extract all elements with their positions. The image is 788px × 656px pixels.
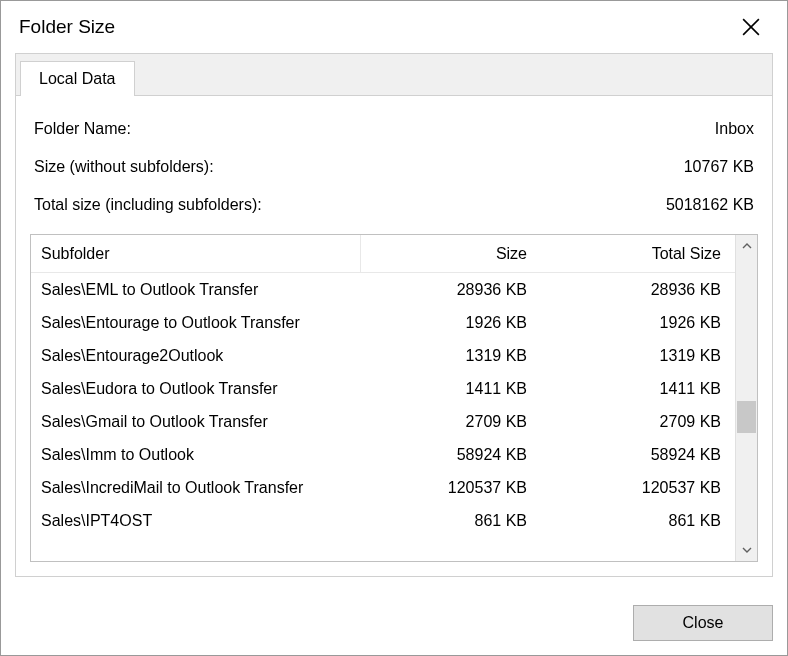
table-row[interactable]: Sales\Imm to Outlook58924 KB58924 KB [31, 438, 735, 471]
column-header-total[interactable]: Total Size [541, 245, 735, 263]
tab-label: Local Data [39, 70, 116, 87]
titlebar: Folder Size [1, 1, 787, 53]
button-row: Close [1, 591, 787, 655]
cell-size: 1319 KB [361, 347, 541, 365]
cell-subfolder: Sales\IncrediMail to Outlook Transfer [31, 471, 361, 504]
scrollbar[interactable] [735, 235, 757, 561]
cell-subfolder: Sales\Gmail to Outlook Transfer [31, 405, 361, 438]
column-header-subfolder[interactable]: Subfolder [31, 235, 361, 272]
table-row[interactable]: Sales\IncrediMail to Outlook Transfer120… [31, 471, 735, 504]
cell-size: 120537 KB [361, 479, 541, 497]
table-row[interactable]: Sales\Gmail to Outlook Transfer2709 KB27… [31, 405, 735, 438]
cell-size: 58924 KB [361, 446, 541, 464]
cell-total: 28936 KB [541, 281, 735, 299]
folder-size-dialog: Folder Size Local Data Folder Name: Inbo… [0, 0, 788, 656]
subfolder-grid: Subfolder Size Total Size Sales\EML to O… [30, 234, 758, 562]
column-header-subfolder-label: Subfolder [41, 245, 110, 263]
cell-size: 2709 KB [361, 413, 541, 431]
grid-body: Subfolder Size Total Size Sales\EML to O… [31, 235, 735, 561]
scroll-down-icon[interactable] [736, 539, 757, 561]
cell-subfolder: Sales\Entourage to Outlook Transfer [31, 306, 361, 339]
size-label: Size (without subfolders): [34, 158, 214, 176]
cell-subfolder: Sales\EML to Outlook Transfer [31, 273, 361, 306]
close-icon[interactable] [733, 9, 769, 45]
content-area: Local Data Folder Name: Inbox Size (with… [1, 53, 787, 591]
folder-name-value: Inbox [715, 120, 754, 138]
cell-size: 861 KB [361, 512, 541, 530]
cell-total: 1411 KB [541, 380, 735, 398]
total-size-value: 5018162 KB [666, 196, 754, 214]
cell-subfolder: Sales\Imm to Outlook [31, 438, 361, 471]
column-header-size[interactable]: Size [361, 245, 541, 263]
cell-size: 1411 KB [361, 380, 541, 398]
table-row[interactable]: Sales\Entourage to Outlook Transfer1926 … [31, 306, 735, 339]
total-size-label: Total size (including subfolders): [34, 196, 262, 214]
tab-panel: Folder Name: Inbox Size (without subfold… [15, 95, 773, 577]
cell-total: 1926 KB [541, 314, 735, 332]
cell-subfolder: Sales\Eudora to Outlook Transfer [31, 372, 361, 405]
cell-subfolder: Sales\IPT4OST [31, 504, 361, 537]
size-row: Size (without subfolders): 10767 KB [30, 148, 758, 186]
cell-total: 2709 KB [541, 413, 735, 431]
tab-strip: Local Data [15, 53, 773, 95]
cell-total: 58924 KB [541, 446, 735, 464]
close-button[interactable]: Close [633, 605, 773, 641]
cell-size: 28936 KB [361, 281, 541, 299]
folder-name-row: Folder Name: Inbox [30, 110, 758, 148]
dialog-title: Folder Size [19, 16, 115, 38]
table-row[interactable]: Sales\EML to Outlook Transfer28936 KB289… [31, 273, 735, 306]
grid-rows: Sales\EML to Outlook Transfer28936 KB289… [31, 273, 735, 561]
scroll-thumb[interactable] [737, 401, 756, 433]
cell-total: 1319 KB [541, 347, 735, 365]
cell-subfolder: Sales\Entourage2Outlook [31, 339, 361, 372]
cell-total: 861 KB [541, 512, 735, 530]
grid-header: Subfolder Size Total Size [31, 235, 735, 273]
scroll-up-icon[interactable] [736, 235, 757, 257]
size-value: 10767 KB [684, 158, 754, 176]
table-row[interactable]: Sales\Entourage2Outlook1319 KB1319 KB [31, 339, 735, 372]
cell-size: 1926 KB [361, 314, 541, 332]
total-size-row: Total size (including subfolders): 50181… [30, 186, 758, 224]
cell-total: 120537 KB [541, 479, 735, 497]
tab-local-data[interactable]: Local Data [20, 61, 135, 96]
folder-name-label: Folder Name: [34, 120, 131, 138]
table-row[interactable]: Sales\Eudora to Outlook Transfer1411 KB1… [31, 372, 735, 405]
table-row[interactable]: Sales\IPT4OST861 KB861 KB [31, 504, 735, 537]
